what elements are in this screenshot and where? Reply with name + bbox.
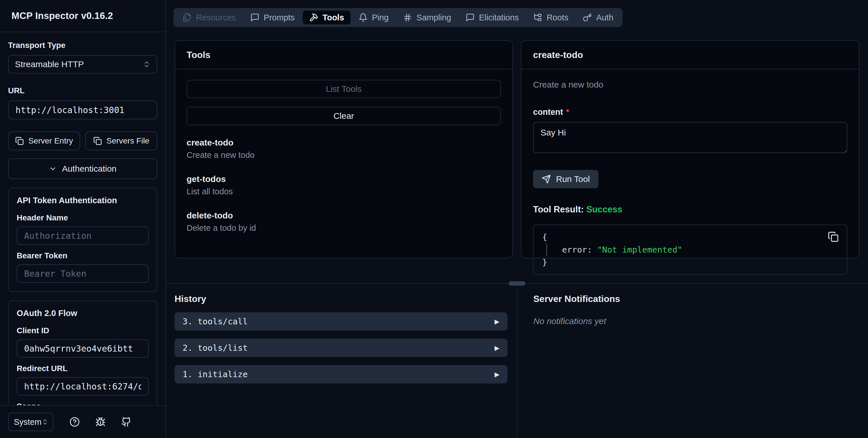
content-field-label: content * (533, 107, 847, 117)
clear-button[interactable]: Clear (187, 107, 501, 125)
app-header: MCP Inspector v0.16.2 (0, 0, 165, 32)
api-token-card: API Token Authentication Header Name Bea… (8, 188, 157, 292)
hash-icon (403, 13, 412, 22)
url-label: URL (8, 86, 157, 95)
tab-auth[interactable]: Auth (577, 11, 620, 24)
tools-card-title: Tools (175, 41, 513, 69)
tab-label: Roots (547, 13, 568, 22)
transport-type-select[interactable]: Streamable HTTP (8, 55, 157, 73)
server-notifications-title: Server Notifications (533, 293, 868, 304)
servers-file-button[interactable]: Servers File (85, 131, 157, 150)
tools-card: Tools List Tools Clear create-todo Creat… (175, 40, 513, 258)
client-id-label: Client ID (17, 326, 149, 335)
history-item-label: 3. tools/call (183, 317, 248, 326)
json-value: "Not implemented" (597, 245, 682, 255)
history-item[interactable]: 1. initialize ▶ (175, 365, 507, 383)
tab-label: Elicitations (479, 13, 519, 22)
copy-icon (93, 137, 102, 145)
tools-card-body: List Tools Clear create-todo Create a ne… (175, 69, 513, 258)
tab-sampling[interactable]: Sampling (397, 11, 458, 24)
notifications-empty-text: No notifications yet (533, 316, 868, 326)
transport-type-value: Streamable HTTP (15, 59, 84, 69)
copy-icon (15, 137, 24, 145)
copy-result-icon[interactable] (828, 231, 839, 242)
help-icon[interactable] (69, 417, 80, 427)
content-textarea[interactable]: Say Hi (533, 122, 847, 153)
top-section: Tools List Tools Clear create-todo Creat… (166, 40, 868, 258)
server-entry-button[interactable]: Server Entry (8, 131, 80, 150)
chevron-down-icon (49, 165, 57, 173)
chevrons-up-down-icon (143, 61, 150, 68)
tab-label: Tools (322, 13, 344, 22)
theme-select[interactable]: System (8, 413, 53, 431)
history-title: History (175, 293, 507, 304)
redirect-url-label: Redirect URL (17, 364, 149, 373)
list-tools-button[interactable]: List Tools (187, 80, 501, 98)
bottom-section: History 3. tools/call ▶ 2. tools/list ▶ … (166, 283, 868, 438)
history-item[interactable]: 3. tools/call ▶ (175, 312, 507, 331)
status-badge: Success (586, 205, 622, 214)
redirect-url-input[interactable] (17, 377, 149, 396)
tab-bar: Resources Prompts Tools Ping Sampling El… (174, 8, 623, 27)
list-item[interactable]: create-todo Create a new todo (187, 138, 501, 160)
tab-label: Sampling (416, 13, 451, 22)
tab-tools[interactable]: Tools (303, 11, 350, 24)
tool-name: create-todo (187, 138, 501, 148)
resize-handle[interactable] (508, 281, 525, 286)
tool-list: create-todo Create a new todo get-todos … (187, 138, 501, 233)
run-tool-label: Run Tool (556, 174, 590, 184)
app-title: MCP Inspector v0.16.2 (11, 10, 154, 21)
files-icon (183, 13, 192, 22)
list-item[interactable]: get-todos List all todos (187, 174, 501, 196)
expand-arrow-icon: ▶ (495, 318, 499, 325)
footer-icons (69, 417, 131, 427)
theme-select-value: System (14, 417, 42, 427)
header-name-input[interactable] (17, 226, 149, 245)
run-tool-button[interactable]: Run Tool (533, 170, 598, 188)
history-item-label: 1. initialize (183, 369, 248, 379)
sidebar-content: Transport Type Streamable HTTP URL Serve… (0, 32, 165, 405)
content-label-text: content (533, 107, 563, 117)
transport-type-label: Transport Type (8, 41, 157, 50)
tool-detail-body: Create a new todo content * Say Hi Run T… (522, 69, 859, 258)
bell-icon (359, 13, 368, 22)
chevrons-up-down-icon (42, 418, 49, 426)
tab-elicitations[interactable]: Elicitations (459, 11, 525, 24)
tool-name: delete-todo (187, 211, 501, 220)
tab-ping[interactable]: Ping (352, 11, 395, 24)
bug-icon[interactable] (95, 417, 105, 427)
message-square-icon (250, 13, 259, 22)
tab-resources[interactable]: Resources (176, 11, 242, 24)
client-id-input[interactable] (17, 339, 149, 357)
expand-arrow-icon: ▶ (495, 344, 499, 352)
result-label-text: Tool Result: (533, 205, 584, 214)
history-item-label: 2. tools/list (183, 343, 248, 353)
url-input[interactable] (8, 100, 157, 119)
history-panel: History 3. tools/call ▶ 2. tools/list ▶ … (166, 284, 517, 438)
bearer-token-label: Bearer Token (17, 251, 149, 260)
bearer-token-input[interactable] (17, 264, 149, 283)
tab-label: Ping (372, 13, 389, 22)
json-close-brace: } (542, 256, 838, 269)
tool-description: Create a new todo (187, 150, 501, 160)
main-area: Resources Prompts Tools Ping Sampling El… (166, 0, 868, 438)
tree-icon (533, 13, 542, 22)
tool-result-label: Tool Result: Success (533, 205, 847, 215)
tab-label: Resources (196, 13, 236, 22)
github-icon[interactable] (121, 417, 131, 427)
tool-detail-card: create-todo Create a new todo content * … (521, 40, 859, 258)
tab-roots[interactable]: Roots (527, 11, 575, 24)
authentication-toggle[interactable]: Authentication (8, 158, 157, 179)
scope-label: Scope (17, 402, 149, 405)
copy-buttons-row: Server Entry Servers File (8, 131, 157, 150)
key-icon (583, 13, 592, 22)
tool-detail-title: create-todo (522, 41, 859, 69)
tab-prompts[interactable]: Prompts (244, 11, 301, 24)
history-item[interactable]: 2. tools/list ▶ (175, 339, 507, 357)
send-icon (541, 175, 551, 184)
required-asterisk: * (566, 107, 569, 117)
tool-detail-description: Create a new todo (533, 80, 847, 90)
api-token-title: API Token Authentication (17, 196, 149, 205)
sidebar-footer: System (0, 405, 165, 438)
list-item[interactable]: delete-todo Delete a todo by id (187, 211, 501, 233)
